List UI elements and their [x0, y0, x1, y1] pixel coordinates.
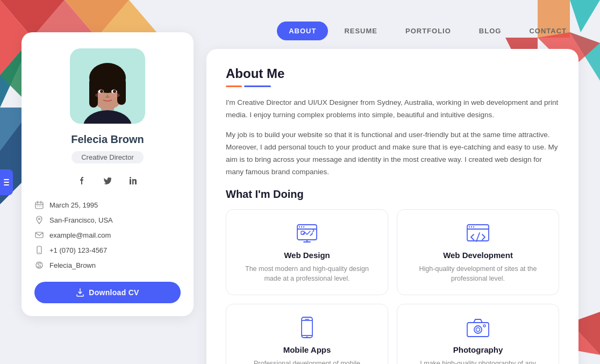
info-location: San-Francisco, USA — [34, 215, 181, 225]
info-birthday: March 25, 1995 — [34, 200, 181, 210]
about-paragraph-2: My job is to build your website so that … — [226, 129, 559, 179]
mobile-desc: Professional development of mobile appli… — [236, 359, 378, 364]
web-dev-name: Web Development — [443, 251, 513, 260]
svg-point-59 — [306, 337, 308, 338]
mobile-name: Mobile Apps — [283, 345, 331, 354]
sidebar-card: Felecia Brown Creative Director — [22, 32, 194, 316]
nav-about[interactable]: ABOUT — [277, 22, 328, 40]
service-web-dev: Web Development High-quality development… — [397, 209, 559, 296]
email-icon — [34, 230, 44, 240]
info-phone: +1 (070) 123-4567 — [34, 245, 181, 255]
nav-portfolio[interactable]: PORTFOLIO — [394, 22, 463, 40]
calendar-icon — [34, 200, 44, 210]
svg-point-44 — [39, 218, 40, 220]
skype-icon — [34, 260, 44, 270]
svg-rect-30 — [89, 78, 98, 108]
svg-rect-38 — [130, 179, 131, 184]
svg-point-63 — [476, 328, 480, 332]
about-title: About Me — [226, 66, 559, 81]
svg-point-35 — [113, 90, 116, 93]
avatar-wrapper — [70, 48, 145, 124]
web-design-desc: The most modern and high-quality design … — [236, 264, 378, 284]
location-icon — [34, 215, 44, 225]
svg-rect-31 — [117, 78, 126, 105]
info-list: March 25, 1995 San-Francisco, USA — [34, 200, 181, 270]
svg-point-37 — [111, 93, 120, 97]
twitter-icon[interactable] — [99, 172, 116, 189]
svg-point-47 — [39, 252, 40, 253]
content-card: About Me I'm Creative Director and UI/UX… — [206, 49, 578, 364]
content-area: ABOUT RESUME PORTFOLIO BLOG CONTACT Abou… — [194, 11, 578, 364]
svg-point-57 — [473, 226, 474, 227]
download-cv-button[interactable]: Download CV — [34, 282, 181, 303]
sidebar-toggle-button[interactable] — [0, 169, 13, 195]
service-mobile: Mobile Apps Professional development of … — [226, 304, 388, 364]
info-email: example@mail.com — [34, 230, 181, 240]
svg-rect-49 — [297, 225, 317, 240]
info-skype: Felecia_Brown — [34, 260, 181, 270]
service-web-design: Web Design The most modern and high-qual… — [226, 209, 388, 296]
underline-blue — [244, 85, 271, 87]
web-design-icon — [294, 220, 320, 246]
main-wrapper: Felecia Brown Creative Director — [0, 0, 600, 364]
svg-point-64 — [483, 325, 485, 327]
svg-point-36 — [95, 93, 104, 97]
svg-point-39 — [130, 177, 131, 179]
web-dev-desc: High-quality development of sites at the… — [407, 264, 549, 284]
role-badge: Creative Director — [72, 151, 144, 163]
photo-icon — [465, 315, 491, 341]
web-design-name: Web Design — [284, 251, 330, 260]
nav-blog[interactable]: BLOG — [467, 22, 513, 40]
svg-point-41 — [37, 205, 38, 206]
nav-bar: ABOUT RESUME PORTFOLIO BLOG CONTACT — [206, 11, 578, 49]
svg-point-43 — [40, 205, 41, 206]
what-doing-title: What I'm Doing — [226, 188, 559, 201]
svg-rect-60 — [305, 319, 309, 320]
underline-orange — [226, 85, 242, 87]
photo-name: Photography — [453, 345, 503, 354]
svg-point-34 — [100, 90, 103, 93]
svg-rect-61 — [467, 323, 489, 337]
photo-desc: I make high-quality photography of any d… — [407, 359, 549, 364]
svg-point-55 — [469, 226, 470, 227]
person-name: Felecia Brown — [71, 133, 144, 146]
nav-contact[interactable]: CONTACT — [517, 22, 578, 40]
svg-point-62 — [474, 326, 482, 333]
title-underline — [226, 85, 559, 87]
phone-icon — [34, 245, 44, 255]
linkedin-icon[interactable] — [125, 172, 142, 189]
svg-point-50 — [299, 226, 300, 227]
facebook-icon[interactable] — [73, 172, 90, 189]
svg-point-51 — [301, 226, 302, 227]
service-photo: Photography I make high-quality photogra… — [397, 304, 559, 364]
social-icons — [73, 172, 142, 189]
services-grid: Web Design The most modern and high-qual… — [226, 209, 559, 364]
svg-point-52 — [303, 226, 304, 227]
nav-resume[interactable]: RESUME — [332, 22, 389, 40]
web-dev-icon — [465, 220, 491, 246]
svg-point-56 — [471, 226, 472, 227]
mobile-icon — [294, 315, 320, 341]
svg-rect-40 — [35, 202, 43, 209]
about-paragraph-1: I'm Creative Director and UI/UX Designer… — [226, 97, 559, 122]
svg-point-42 — [39, 205, 40, 206]
